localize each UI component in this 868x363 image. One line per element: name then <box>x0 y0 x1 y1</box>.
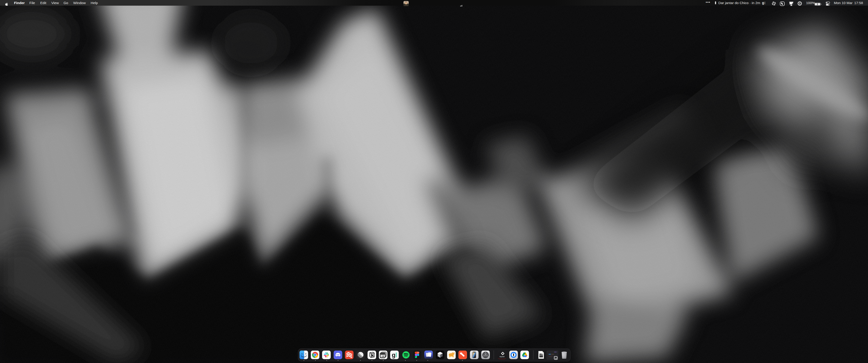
svg-text:11: 11 <box>555 358 557 359</box>
svg-text:raycast: raycast <box>500 356 504 358</box>
svg-text:10: 10 <box>381 355 384 358</box>
svg-text:g: g <box>392 352 396 359</box>
